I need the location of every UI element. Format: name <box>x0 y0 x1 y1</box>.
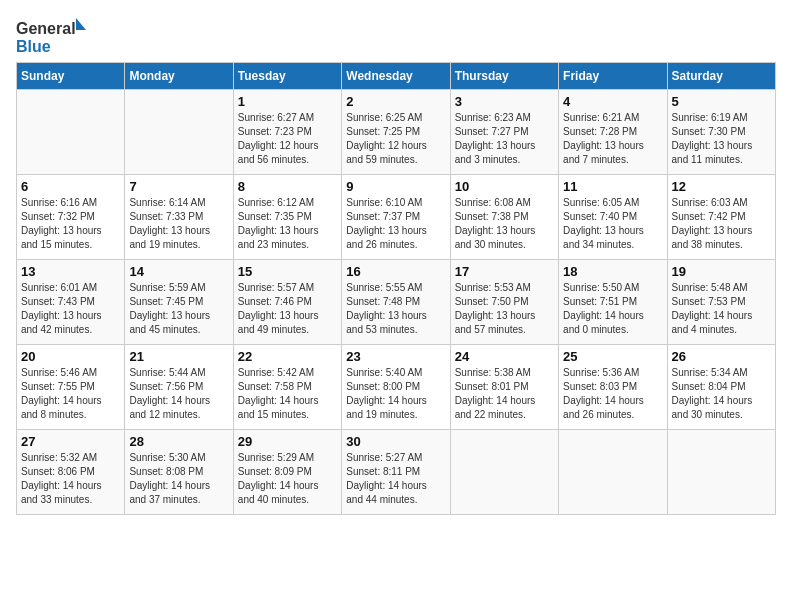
calendar-cell: 15Sunrise: 5:57 AMSunset: 7:46 PMDayligh… <box>233 260 341 345</box>
day-info: Sunrise: 6:19 AMSunset: 7:30 PMDaylight:… <box>672 111 771 167</box>
day-info: Sunrise: 6:16 AMSunset: 7:32 PMDaylight:… <box>21 196 120 252</box>
day-info: Sunrise: 5:40 AMSunset: 8:00 PMDaylight:… <box>346 366 445 422</box>
calendar-cell: 23Sunrise: 5:40 AMSunset: 8:00 PMDayligh… <box>342 345 450 430</box>
calendar-cell: 17Sunrise: 5:53 AMSunset: 7:50 PMDayligh… <box>450 260 558 345</box>
svg-text:Blue: Blue <box>16 38 51 55</box>
day-info: Sunrise: 5:38 AMSunset: 8:01 PMDaylight:… <box>455 366 554 422</box>
day-info: Sunrise: 5:34 AMSunset: 8:04 PMDaylight:… <box>672 366 771 422</box>
day-number: 30 <box>346 434 445 449</box>
col-header-tuesday: Tuesday <box>233 63 341 90</box>
calendar-cell <box>667 430 775 515</box>
calendar-cell: 20Sunrise: 5:46 AMSunset: 7:55 PMDayligh… <box>17 345 125 430</box>
day-number: 22 <box>238 349 337 364</box>
calendar-cell: 28Sunrise: 5:30 AMSunset: 8:08 PMDayligh… <box>125 430 233 515</box>
day-info: Sunrise: 5:32 AMSunset: 8:06 PMDaylight:… <box>21 451 120 507</box>
calendar-cell: 12Sunrise: 6:03 AMSunset: 7:42 PMDayligh… <box>667 175 775 260</box>
day-info: Sunrise: 6:14 AMSunset: 7:33 PMDaylight:… <box>129 196 228 252</box>
day-info: Sunrise: 6:08 AMSunset: 7:38 PMDaylight:… <box>455 196 554 252</box>
day-info: Sunrise: 5:53 AMSunset: 7:50 PMDaylight:… <box>455 281 554 337</box>
day-info: Sunrise: 5:36 AMSunset: 8:03 PMDaylight:… <box>563 366 662 422</box>
calendar-cell: 1Sunrise: 6:27 AMSunset: 7:23 PMDaylight… <box>233 90 341 175</box>
day-number: 26 <box>672 349 771 364</box>
calendar-cell: 5Sunrise: 6:19 AMSunset: 7:30 PMDaylight… <box>667 90 775 175</box>
calendar-cell <box>17 90 125 175</box>
col-header-wednesday: Wednesday <box>342 63 450 90</box>
day-info: Sunrise: 5:42 AMSunset: 7:58 PMDaylight:… <box>238 366 337 422</box>
calendar-cell: 8Sunrise: 6:12 AMSunset: 7:35 PMDaylight… <box>233 175 341 260</box>
calendar-cell: 26Sunrise: 5:34 AMSunset: 8:04 PMDayligh… <box>667 345 775 430</box>
col-header-thursday: Thursday <box>450 63 558 90</box>
calendar-cell: 21Sunrise: 5:44 AMSunset: 7:56 PMDayligh… <box>125 345 233 430</box>
day-number: 16 <box>346 264 445 279</box>
calendar-week-3: 13Sunrise: 6:01 AMSunset: 7:43 PMDayligh… <box>17 260 776 345</box>
calendar-week-4: 20Sunrise: 5:46 AMSunset: 7:55 PMDayligh… <box>17 345 776 430</box>
day-number: 10 <box>455 179 554 194</box>
day-number: 23 <box>346 349 445 364</box>
calendar-cell: 19Sunrise: 5:48 AMSunset: 7:53 PMDayligh… <box>667 260 775 345</box>
calendar-week-5: 27Sunrise: 5:32 AMSunset: 8:06 PMDayligh… <box>17 430 776 515</box>
day-info: Sunrise: 5:50 AMSunset: 7:51 PMDaylight:… <box>563 281 662 337</box>
logo: GeneralBlue <box>16 16 86 56</box>
calendar-cell: 25Sunrise: 5:36 AMSunset: 8:03 PMDayligh… <box>559 345 667 430</box>
page-header: GeneralBlue <box>16 16 776 56</box>
calendar-cell: 30Sunrise: 5:27 AMSunset: 8:11 PMDayligh… <box>342 430 450 515</box>
day-info: Sunrise: 5:55 AMSunset: 7:48 PMDaylight:… <box>346 281 445 337</box>
calendar-cell: 18Sunrise: 5:50 AMSunset: 7:51 PMDayligh… <box>559 260 667 345</box>
calendar-cell: 14Sunrise: 5:59 AMSunset: 7:45 PMDayligh… <box>125 260 233 345</box>
day-info: Sunrise: 6:05 AMSunset: 7:40 PMDaylight:… <box>563 196 662 252</box>
day-info: Sunrise: 5:46 AMSunset: 7:55 PMDaylight:… <box>21 366 120 422</box>
logo-svg: GeneralBlue <box>16 16 86 56</box>
col-header-monday: Monday <box>125 63 233 90</box>
day-number: 20 <box>21 349 120 364</box>
calendar-cell: 3Sunrise: 6:23 AMSunset: 7:27 PMDaylight… <box>450 90 558 175</box>
day-number: 24 <box>455 349 554 364</box>
day-number: 5 <box>672 94 771 109</box>
day-info: Sunrise: 6:23 AMSunset: 7:27 PMDaylight:… <box>455 111 554 167</box>
day-number: 19 <box>672 264 771 279</box>
day-info: Sunrise: 6:03 AMSunset: 7:42 PMDaylight:… <box>672 196 771 252</box>
day-number: 14 <box>129 264 228 279</box>
calendar-table: SundayMondayTuesdayWednesdayThursdayFrid… <box>16 62 776 515</box>
day-number: 12 <box>672 179 771 194</box>
col-header-sunday: Sunday <box>17 63 125 90</box>
col-header-friday: Friday <box>559 63 667 90</box>
day-info: Sunrise: 5:59 AMSunset: 7:45 PMDaylight:… <box>129 281 228 337</box>
day-number: 25 <box>563 349 662 364</box>
day-info: Sunrise: 5:30 AMSunset: 8:08 PMDaylight:… <box>129 451 228 507</box>
calendar-cell: 29Sunrise: 5:29 AMSunset: 8:09 PMDayligh… <box>233 430 341 515</box>
header-row: SundayMondayTuesdayWednesdayThursdayFrid… <box>17 63 776 90</box>
day-number: 6 <box>21 179 120 194</box>
calendar-cell <box>125 90 233 175</box>
calendar-week-1: 1Sunrise: 6:27 AMSunset: 7:23 PMDaylight… <box>17 90 776 175</box>
day-info: Sunrise: 6:27 AMSunset: 7:23 PMDaylight:… <box>238 111 337 167</box>
day-info: Sunrise: 5:27 AMSunset: 8:11 PMDaylight:… <box>346 451 445 507</box>
day-number: 21 <box>129 349 228 364</box>
svg-text:General: General <box>16 20 76 37</box>
day-info: Sunrise: 6:25 AMSunset: 7:25 PMDaylight:… <box>346 111 445 167</box>
calendar-cell: 13Sunrise: 6:01 AMSunset: 7:43 PMDayligh… <box>17 260 125 345</box>
calendar-cell: 24Sunrise: 5:38 AMSunset: 8:01 PMDayligh… <box>450 345 558 430</box>
calendar-cell: 22Sunrise: 5:42 AMSunset: 7:58 PMDayligh… <box>233 345 341 430</box>
day-number: 9 <box>346 179 445 194</box>
calendar-cell: 16Sunrise: 5:55 AMSunset: 7:48 PMDayligh… <box>342 260 450 345</box>
calendar-cell <box>559 430 667 515</box>
day-number: 8 <box>238 179 337 194</box>
calendar-body: 1Sunrise: 6:27 AMSunset: 7:23 PMDaylight… <box>17 90 776 515</box>
day-info: Sunrise: 5:48 AMSunset: 7:53 PMDaylight:… <box>672 281 771 337</box>
day-number: 2 <box>346 94 445 109</box>
calendar-cell: 6Sunrise: 6:16 AMSunset: 7:32 PMDaylight… <box>17 175 125 260</box>
day-number: 27 <box>21 434 120 449</box>
day-number: 13 <box>21 264 120 279</box>
day-info: Sunrise: 6:10 AMSunset: 7:37 PMDaylight:… <box>346 196 445 252</box>
svg-marker-2 <box>76 18 86 30</box>
day-info: Sunrise: 6:12 AMSunset: 7:35 PMDaylight:… <box>238 196 337 252</box>
calendar-header: SundayMondayTuesdayWednesdayThursdayFrid… <box>17 63 776 90</box>
calendar-cell: 4Sunrise: 6:21 AMSunset: 7:28 PMDaylight… <box>559 90 667 175</box>
day-number: 28 <box>129 434 228 449</box>
day-info: Sunrise: 5:44 AMSunset: 7:56 PMDaylight:… <box>129 366 228 422</box>
calendar-week-2: 6Sunrise: 6:16 AMSunset: 7:32 PMDaylight… <box>17 175 776 260</box>
day-info: Sunrise: 5:29 AMSunset: 8:09 PMDaylight:… <box>238 451 337 507</box>
day-number: 4 <box>563 94 662 109</box>
day-number: 7 <box>129 179 228 194</box>
calendar-cell: 27Sunrise: 5:32 AMSunset: 8:06 PMDayligh… <box>17 430 125 515</box>
